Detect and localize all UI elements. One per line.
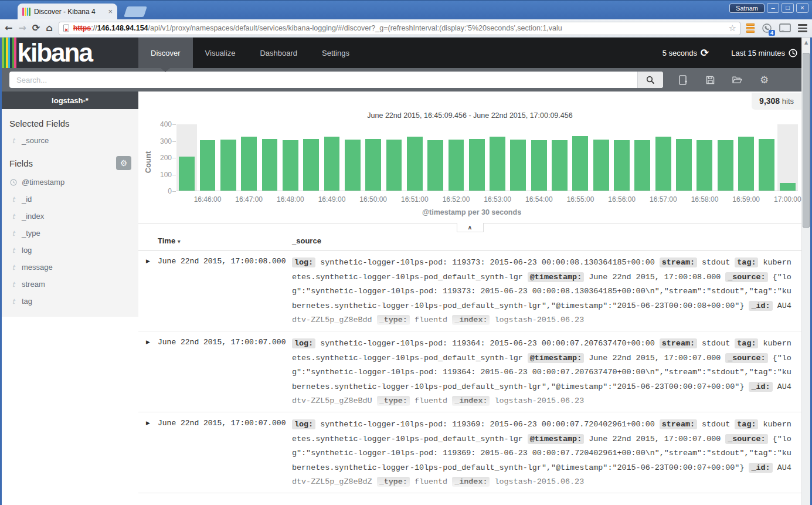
histogram-bar[interactable] <box>449 140 464 191</box>
histogram-bar[interactable] <box>655 137 671 191</box>
histogram-bar[interactable] <box>427 140 443 191</box>
selected-fields-heading: Selected Fields <box>2 111 138 132</box>
cast-icon[interactable] <box>779 23 791 33</box>
row-source: log: synthetic-logger-10lps-pod: 119364:… <box>292 337 801 409</box>
histogram-bar[interactable] <box>345 140 361 191</box>
histogram-bar[interactable] <box>241 137 257 191</box>
source-column-header: _source <box>292 236 321 245</box>
refresh-interval-picker[interactable]: 5 seconds ⟳ <box>662 48 709 58</box>
histogram-bar[interactable] <box>469 139 485 191</box>
time-range-picker[interactable]: Last 15 minutes <box>731 49 797 57</box>
hits-count: 9,308 hits <box>752 93 801 110</box>
page-scrollbar[interactable]: ▲ <box>801 38 810 505</box>
field-label: _id <box>22 195 32 204</box>
extension-phone-icon[interactable]: 4 <box>762 23 772 33</box>
histogram-bar[interactable] <box>200 140 216 191</box>
nav-tab-dashboard[interactable]: Dashboard <box>247 38 310 68</box>
fields-settings-button[interactable]: ⚙ <box>116 156 131 170</box>
nav-tab-visualize[interactable]: Visualize <box>193 38 248 68</box>
nav-tab-discover[interactable]: Discover <box>138 38 193 68</box>
expand-row-icon[interactable]: ▶ <box>138 337 158 409</box>
histogram-bar[interactable] <box>324 137 340 191</box>
close-button[interactable]: × <box>796 3 808 13</box>
histogram-bar[interactable] <box>531 140 547 191</box>
histogram-bar[interactable] <box>697 140 712 191</box>
index-pattern-selector[interactable]: logstash-* <box>2 91 138 109</box>
histogram-bar[interactable] <box>283 140 298 191</box>
search-button[interactable] <box>637 72 663 88</box>
search-box <box>9 72 663 88</box>
home-button[interactable]: ⌂ <box>46 23 52 33</box>
field-item-message[interactable]: tmessage <box>2 259 138 276</box>
nav-tab-settings[interactable]: Settings <box>310 38 362 68</box>
scroll-up-icon[interactable]: ▲ <box>802 38 810 47</box>
extension-blocks-icon[interactable] <box>746 23 755 33</box>
save-search-button[interactable] <box>705 75 715 85</box>
y-tick-mark <box>172 191 176 192</box>
histogram-bar-slot <box>197 124 218 191</box>
field-item-_type[interactable]: t_type <box>2 225 138 242</box>
expand-row-icon[interactable]: ▶ <box>138 418 158 490</box>
histogram-bar-slot <box>611 124 632 191</box>
kibana-logo-text: kibana <box>18 41 92 65</box>
maximize-button[interactable]: □ <box>782 3 794 13</box>
collapse-chart-button[interactable]: ∧ <box>457 223 484 232</box>
browser-tab[interactable]: Discover - Kibana 4 × <box>18 4 117 19</box>
histogram-bar[interactable] <box>490 137 505 191</box>
histogram-bar[interactable] <box>634 140 650 191</box>
field-item-_source[interactable]: t _source <box>2 132 138 149</box>
minimize-button[interactable]: – <box>767 3 779 13</box>
bookmark-star-icon[interactable]: ☆ <box>729 23 736 33</box>
histogram-bar[interactable] <box>593 140 609 191</box>
time-column-header[interactable]: Time ▾ <box>158 236 292 245</box>
x-tick-label: 16:58:00 <box>691 195 719 204</box>
chart-separator: ∧ <box>138 223 801 223</box>
back-button[interactable]: ← <box>5 23 12 33</box>
window-user-badge[interactable]: Satnam <box>729 4 765 13</box>
field-item-_id[interactable]: t_id <box>2 191 138 208</box>
scrollbar-thumb[interactable] <box>803 53 810 228</box>
histogram-bar[interactable] <box>262 139 278 191</box>
browser-menu-icon[interactable] <box>798 24 807 32</box>
histogram-bar-slot <box>425 124 446 191</box>
histogram-bar[interactable] <box>179 157 195 191</box>
search-input[interactable] <box>9 76 637 84</box>
x-tick-label: 16:55:00 <box>567 195 594 204</box>
url-bar[interactable]: https://146.148.94.154/api/v1/proxy/name… <box>59 22 740 35</box>
histogram-bar[interactable] <box>552 140 568 191</box>
field-name-badge: _id: <box>749 301 772 311</box>
histogram-bar[interactable] <box>738 137 754 191</box>
field-name-badge: _index: <box>452 477 490 487</box>
histogram-bar[interactable] <box>386 140 402 191</box>
tab-close-icon[interactable]: × <box>108 8 113 15</box>
histogram-bar[interactable] <box>676 139 692 191</box>
field-item-tag[interactable]: ttag <box>2 293 138 310</box>
field-item-_index[interactable]: t_index <box>2 208 138 225</box>
options-gear-icon[interactable]: ⚙ <box>759 75 769 85</box>
reload-button[interactable]: ⟳ <box>32 23 40 33</box>
new-search-button[interactable] <box>678 75 688 85</box>
histogram-bar[interactable] <box>572 136 588 191</box>
histogram-bar[interactable] <box>303 139 319 191</box>
histogram-bar-slot <box>321 124 342 191</box>
histogram-bar-slot <box>756 124 777 191</box>
histogram-bar[interactable] <box>365 139 381 191</box>
forward-button[interactable]: → <box>18 23 26 33</box>
open-search-button[interactable] <box>732 75 742 85</box>
insecure-page-icon <box>63 24 70 33</box>
histogram-bar[interactable] <box>220 140 236 191</box>
histogram-bar[interactable] <box>718 140 733 191</box>
histogram-bar[interactable] <box>407 137 423 191</box>
field-item-@timestamp[interactable]: @timestamp <box>2 174 138 191</box>
table-rows: ▶June 22nd 2015, 17:00:08.000log: synthe… <box>138 250 801 493</box>
text-type-icon: t <box>10 280 17 289</box>
histogram-bar[interactable] <box>759 139 774 191</box>
histogram-bar[interactable] <box>780 183 796 191</box>
histogram-bar[interactable] <box>510 140 526 191</box>
expand-row-icon[interactable]: ▶ <box>138 256 158 328</box>
new-tab-button[interactable] <box>124 6 147 17</box>
field-item-log[interactable]: tlog <box>2 242 138 259</box>
table-header: Time ▾ _source <box>138 236 801 250</box>
histogram-bar[interactable] <box>614 140 630 191</box>
field-item-stream[interactable]: tstream <box>2 276 138 293</box>
